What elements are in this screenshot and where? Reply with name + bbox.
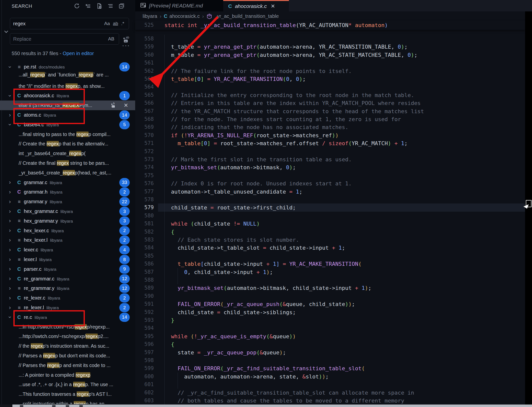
code-line[interactable]: 601 — [135, 380, 525, 389]
code-line[interactable]: 565 // Initialize the entry correspondin… — [135, 91, 525, 99]
chevron-right-icon[interactable]: › — [7, 112, 12, 118]
match-result-row[interactable]: ...use of .*, .+ or .{x,} in a regexp. T… — [0, 380, 135, 389]
breadcrumb[interactable]: libyara › C ahocorasick.c › _yr_ac_build… — [143, 11, 279, 21]
code-line[interactable]: 560 m_table = yr_arena_get_ptr(automaton… — [135, 51, 525, 59]
code-line[interactable]: 577 automaton->t_table_unused_candidate … — [135, 188, 525, 196]
code-line[interactable]: 563 t_table[0] = YR_AC_MAKE_TRANSITION(0… — [135, 75, 525, 83]
match-result-row[interactable]: _yr_base64_create_regexp(head, re_ast,..… — [0, 168, 135, 178]
file-result-row[interactable]: ›Chex_grammar.clibyara3 — [0, 206, 135, 216]
code-line[interactable]: 585 — [135, 252, 525, 260]
open-new-search-editor-icon[interactable] — [96, 2, 103, 9]
code-line[interactable]: 579 child_state = root_state->first_chil… — [135, 204, 525, 212]
file-result-row[interactable]: ›≡pe.rstdocs/modules14 — [0, 62, 135, 72]
code-line[interactable]: 559 t_table = yr_arena_get_ptr(automaton… — [135, 43, 525, 51]
code-line[interactable]: 568 // for the node. The indexes start c… — [135, 115, 525, 123]
match-result-row[interactable]: // Parses the regexp and emit its code t… — [0, 361, 135, 370]
chevron-right-icon[interactable]: › — [7, 199, 12, 205]
file-result-row[interactable]: ›Cparser.clibyara9 — [0, 264, 135, 274]
chevron-right-icon[interactable]: › — [7, 275, 12, 282]
code-line[interactable]: 567 // the YR_AC_MATCH structure that co… — [135, 107, 525, 115]
file-result-row[interactable]: ›≡re_grammar.ylibyara12 — [0, 283, 135, 293]
file-result-row[interactable]: ›Cgrammar.clibyara33 — [0, 178, 135, 187]
code-line[interactable]: 571 m_table[0] = root_state->matches_ref… — [135, 139, 525, 147]
code-line[interactable]: 581 while (child_state != NULL) — [135, 220, 525, 228]
code-line[interactable]: 558 — [135, 35, 525, 43]
match-result-row[interactable]: ...This function traverses a regexp's AS… — [0, 389, 135, 399]
code-line[interactable]: 599 FAIL_ON_ERROR(_yr_ac_find_suitable_t… — [135, 364, 525, 373]
match-result-row[interactable]: int _yr_base64_create_regexp( — [0, 149, 135, 158]
chevron-right-icon[interactable]: › — [7, 218, 12, 224]
overview-ruler[interactable] — [525, 11, 532, 405]
chevron-down-icon[interactable]: › — [7, 122, 13, 127]
chevron-right-icon[interactable]: › — [7, 247, 12, 253]
toggle-replace-chevron-icon[interactable] — [2, 28, 10, 35]
code-line[interactable]: 576 // Index 0 is for root node. Unused … — [135, 179, 525, 188]
file-result-row[interactable]: ›Cre_grammar.clibyara12 — [0, 274, 135, 284]
file-result-row[interactable]: ›Cre_lexer.clibyara2 — [0, 293, 135, 303]
chevron-right-icon[interactable]: › — [7, 295, 12, 301]
use-regex-icon[interactable]: .* — [120, 20, 126, 27]
match-case-icon[interactable]: Aa — [103, 20, 111, 27]
code-line[interactable]: 574 yr_bitmask_set(automaton->bitmask, 0… — [135, 163, 525, 171]
replace-match-icon[interactable]: bC — [110, 101, 117, 110]
chevron-down-icon[interactable]: › — [7, 315, 13, 320]
chevron-right-icon[interactable]: › — [7, 208, 12, 215]
chevron-right-icon[interactable]: › — [7, 179, 12, 186]
tab-ahocorasick[interactable]: C ahocorasick.c ✕ — [223, 0, 289, 11]
file-result-row[interactable]: ›≡grammar.ylibyara22 — [0, 197, 135, 206]
open-in-editor-link[interactable]: Open in editor — [63, 51, 94, 56]
chevron-right-icon[interactable]: › — [7, 237, 12, 243]
code-line[interactable]: 588 — [135, 276, 525, 284]
code-line[interactable]: 587 0, child_state->input + 1); — [135, 268, 525, 276]
match-result-row[interactable]: ...http://swtch.com/~rsc/regexp/regexp2.… — [0, 332, 135, 341]
code-line[interactable]: 569 // indicating that the node has no a… — [135, 123, 525, 131]
refresh-icon[interactable] — [73, 2, 80, 9]
match-result-row[interactable]: // the regexp's instruction stream. As s… — [0, 341, 135, 351]
code-line[interactable]: 594 — [135, 324, 525, 332]
clear-search-results-icon[interactable] — [85, 2, 92, 9]
preserve-case-icon[interactable]: AB — [107, 36, 116, 42]
code-line[interactable]: 598 — [135, 356, 525, 365]
code-line[interactable]: 597 state = _yr_ac_queue_pop(&queue); — [135, 348, 525, 357]
code-line[interactable]: 584 child_state->t_table_slot = child_st… — [135, 244, 525, 252]
code-line[interactable]: 570 if (!YR_ARENA_IS_NULL_REF(root_state… — [135, 131, 525, 139]
replace-input[interactable]: Replace AB — [10, 33, 119, 45]
code-line[interactable]: 595 while (!_yr_ac_queue_is_empty(&queue… — [135, 332, 525, 340]
match-result-row[interactable]: ...split instruction within a regexp has… — [0, 399, 135, 404]
code-line[interactable]: 572 — [135, 147, 525, 156]
tab-readme-preview[interactable]: [Preview] README.md — [135, 0, 223, 11]
file-result-row[interactable]: ›Cgrammar.hlibyara2 — [0, 187, 135, 197]
dismiss-match-icon[interactable]: ✕ — [124, 102, 128, 109]
code-editor[interactable]: 558559 t_table = yr_arena_get_ptr(automa… — [135, 21, 532, 405]
code-line[interactable]: 593 } — [135, 316, 525, 324]
code-line[interactable]: 580 — [135, 212, 525, 220]
code-line[interactable]: 591 FAIL_ON_ERROR(_yr_ac_queue_push(&que… — [135, 300, 525, 308]
chevron-right-icon[interactable]: › — [7, 256, 12, 263]
code-line[interactable]: 562 // The failure link for the root nod… — [135, 67, 525, 75]
code-line[interactable]: 582 { — [135, 228, 525, 236]
sticky-code-line[interactable]: 525static int _yr_ac_build_transition_ta… — [135, 21, 525, 30]
code-line[interactable]: 561 — [135, 59, 525, 67]
file-result-row[interactable]: ›≡lexer.llibyara8 — [0, 255, 135, 264]
file-result-row[interactable]: ›Clexer.clibyara4 — [0, 245, 135, 255]
code-line[interactable]: 602 // _yr_ac_find_suitable_transition_t… — [135, 389, 525, 397]
code-line[interactable]: 575 — [135, 171, 525, 180]
chevron-right-icon[interactable]: › — [7, 266, 12, 272]
match-result-row[interactable]: // Parses a regexp but don't emit its co… — [0, 351, 135, 361]
match-result-row[interactable]: ...: A pointer to a compiled regexp — [0, 370, 135, 380]
chevron-down-icon[interactable]: › — [7, 93, 13, 98]
code-line[interactable]: 566 // Entries in this table are the ind… — [135, 99, 525, 107]
search-input[interactable]: regex Aa ab .* — [10, 18, 129, 29]
code-line[interactable]: 600 automaton, automaton->arena, state, … — [135, 373, 525, 381]
close-icon[interactable]: ✕ — [271, 3, 275, 9]
match-result-row[interactable]: // Create the final regex string to be p… — [0, 158, 135, 168]
whole-word-icon[interactable]: ab — [111, 20, 120, 27]
file-result-row[interactable]: ›Chex_lexer.clibyara2 — [0, 226, 135, 236]
code-line[interactable]: 586 t_table[child_state->input + 1] = YR… — [135, 260, 525, 268]
chevron-right-icon[interactable]: › — [7, 305, 12, 311]
code-line[interactable]: 573 // Mark the first slot in the transi… — [135, 155, 525, 164]
code-line[interactable]: 592 child_state = child_state->siblings; — [135, 308, 525, 316]
toggle-search-details-icon[interactable]: ··· — [122, 42, 130, 49]
code-line[interactable]: 589 yr_bitmask_set(automaton->bitmask, c… — [135, 284, 525, 292]
file-result-row[interactable]: ›≡hex_grammar.ylibyara3 — [0, 216, 135, 226]
